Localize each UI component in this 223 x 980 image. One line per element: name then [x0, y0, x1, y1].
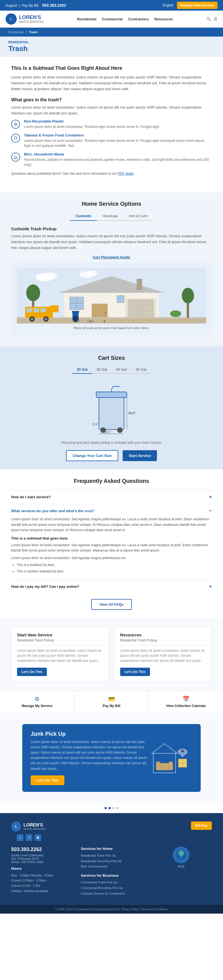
recycle-icon: [13, 122, 18, 126]
svg-rect-22: [117, 296, 124, 302]
search-icon[interactable]: 🔍: [206, 17, 211, 21]
svg-marker-60: [152, 744, 177, 753]
faq-item-1: What services do you offer and what's th…: [11, 504, 212, 579]
cta-card-title-0: Start New Service: [17, 633, 103, 637]
footer-logo-icon: L: [11, 821, 21, 832]
nav-commercial[interactable]: Commercial: [102, 17, 123, 21]
footer-top-row: L LOREN'S WASTE SERVICES f 𝕏 ◉ Bill Pay: [11, 821, 212, 841]
footer-link-commercial-trash[interactable]: Commercial Trash Pick Up: [81, 880, 142, 885]
svg-text:4': 4': [103, 320, 106, 323]
dot-1[interactable]: [104, 807, 107, 809]
faq-question-text-1: What services do you offer and what's th…: [11, 509, 94, 513]
curbside-title: Curbside Trash Pickup: [11, 226, 212, 231]
cart-svg: 34.5" 19.5" 23.5": [84, 379, 139, 435]
svg-rect-23: [137, 279, 142, 290]
footer-logo-letter: L: [15, 824, 17, 829]
faq-item-2: How do I pay my bill? Can I pay online? …: [11, 579, 212, 593]
junk-pickup-wrapper: Junk Pick Up Lorem ipsum dolor sit amet …: [0, 713, 223, 803]
copyright-text: © 2024 Loren's is operated by Recycling …: [55, 908, 168, 911]
cart-tab-60gal[interactable]: 60 Gal: [112, 366, 131, 374]
request-service-button[interactable]: Request New Service: [177, 2, 217, 9]
bill-pay-button[interactable]: Bill Pay: [191, 821, 212, 830]
tab-curbside[interactable]: Curbside: [70, 212, 97, 221]
faq-question-1[interactable]: What services do you offer and what's th…: [11, 508, 212, 514]
cta-card-0: Start New Service Residential Trash Pick…: [11, 627, 109, 682]
footer-link-commercial-recycling[interactable]: Commercial Recycling Pick Up: [81, 885, 142, 891]
intro-section: This Is a Subhead That Goes Right About …: [0, 57, 223, 192]
faq-answer-body-1: Lorem ipsum dolor sit amet consectetur. …: [11, 517, 212, 533]
faq-collapse-icon-1: −: [209, 508, 212, 514]
pay-bill-link[interactable]: Pay My Bill: [22, 4, 38, 8]
footer-logo: L LOREN'S WASTE SERVICES: [11, 821, 46, 832]
nav-contractors[interactable]: Contractors: [128, 17, 149, 21]
pdf-guide-link[interactable]: PDF guide: [118, 172, 133, 175]
footer-body: 503.393.2262 Email Loren's (Website)841 …: [11, 846, 212, 897]
faq-section: Frequently Asked Questions How do I star…: [0, 469, 223, 618]
footer-home-services-title: Services for Home: [81, 846, 142, 851]
instagram-icon[interactable]: ◉: [35, 834, 41, 841]
service-action-pay-bill[interactable]: 💳 Pay My Bill: [74, 690, 149, 713]
svg-rect-51: [96, 392, 127, 398]
faq-bullet-0: This is a bulleted list item.: [17, 562, 212, 568]
dot-2[interactable]: [108, 807, 111, 809]
curbside-section: Curbside Trash Pickup Lorem ipsum dolor …: [11, 226, 212, 259]
footer-link-curbside-contractors[interactable]: Curbside Service for Contractors: [81, 891, 142, 897]
change-cart-size-button[interactable]: Change Your Cart Size: [66, 450, 118, 461]
twitter-icon[interactable]: 𝕏: [26, 834, 32, 841]
footer-link-residential-recycling[interactable]: Residential Recycling Pick Up: [81, 859, 142, 864]
page-title-bar: RESIDENTIAL Trash: [0, 37, 223, 57]
junk-pickup-button[interactable]: Let's Do This: [31, 775, 64, 785]
facebook-icon[interactable]: f: [17, 834, 24, 841]
faq-question-0[interactable]: How do I start service? +: [11, 494, 212, 500]
faq-question-2[interactable]: How do I pay my bill? Can I pay online? …: [11, 584, 212, 590]
junk-pickup-illustration: [148, 740, 192, 776]
svg-rect-63: [169, 762, 173, 770]
faq-expand-icon-2: +: [209, 584, 212, 590]
start-service-button[interactable]: Start Service: [123, 450, 157, 461]
svg-rect-27: [50, 305, 59, 312]
footer-phone[interactable]: 503.393.2262: [11, 846, 73, 853]
progress-dots: [0, 803, 223, 813]
home-icon: [13, 155, 18, 159]
junk-pickup-desc: Lorem ipsum dolor sit amet consectetur. …: [31, 740, 148, 772]
view-all-faqs-button[interactable]: View All FAQs: [91, 599, 132, 610]
faq-bullet-1: This is another bulleted list item.: [17, 569, 212, 574]
cart-tab-30gal[interactable]: 30 Gal: [92, 366, 112, 374]
cta-card-sub-1: Residential Trash Pickup: [120, 638, 206, 642]
trash-item-title-0: Non-Recyclable Plastic: [24, 119, 160, 123]
footer-hours: 8am - 4:30pm Monday - FridayClosed 12:00…: [11, 873, 73, 894]
footer-link-bulk-junk[interactable]: Bulk Junk Removal: [81, 864, 142, 869]
cta-card-btn-1[interactable]: Let's Do This: [120, 668, 150, 676]
svg-text:23.5": 23.5": [92, 423, 98, 426]
cta-card-btn-0[interactable]: Let's Do This: [17, 668, 47, 676]
cart-tab-90gal[interactable]: 90 Gal: [131, 366, 151, 374]
manage-service-label: Manage My Service: [3, 704, 71, 708]
support-link[interactable]: Support: [6, 4, 17, 8]
tab-handicap[interactable]: Handicap: [97, 212, 123, 221]
nav-resources[interactable]: Resources: [154, 17, 173, 21]
dot-4[interactable]: [116, 807, 119, 809]
cart-tab-20gal[interactable]: 20 Gal: [72, 366, 92, 374]
logo-icon: L: [6, 13, 17, 25]
footer-col-home-services: Services for Home Residential Trash Pick…: [81, 846, 142, 897]
tab-hot-at-curb[interactable]: Hot at Curb: [123, 212, 153, 221]
house-caption: Place roll carts at the curb 4 feet apar…: [17, 326, 206, 329]
cart-placement-link[interactable]: Cart Placement Guide: [11, 255, 212, 259]
nav-residential[interactable]: Residential: [77, 17, 96, 21]
trash-item-2: Misc. Household Waste Faucet tissues, pa…: [11, 152, 212, 167]
logo-letter: L: [10, 18, 12, 21]
svg-point-48: [182, 288, 194, 304]
footer-link-residential-trash[interactable]: Residential Trash Pick Up: [81, 853, 142, 859]
breadcrumb-residential[interactable]: Residential: [8, 30, 24, 34]
language-selector[interactable]: English: [163, 3, 173, 7]
svg-point-29: [31, 318, 33, 320]
page-title-label-residential: RESIDENTIAL: [8, 40, 215, 44]
page-title: Trash: [8, 45, 215, 53]
intro-subhead: This Is a Subhead That Goes Right About …: [11, 65, 212, 71]
service-action-calendar[interactable]: 📅 View Collection Calendar: [149, 690, 223, 713]
logo-brand-sub: WASTE SERVICES: [19, 21, 43, 24]
dot-3[interactable]: [112, 807, 115, 809]
svg-rect-33: [33, 308, 39, 312]
service-action-manage[interactable]: ⚙ Manage My Service: [0, 690, 74, 713]
menu-icon[interactable]: ☰: [214, 17, 217, 21]
